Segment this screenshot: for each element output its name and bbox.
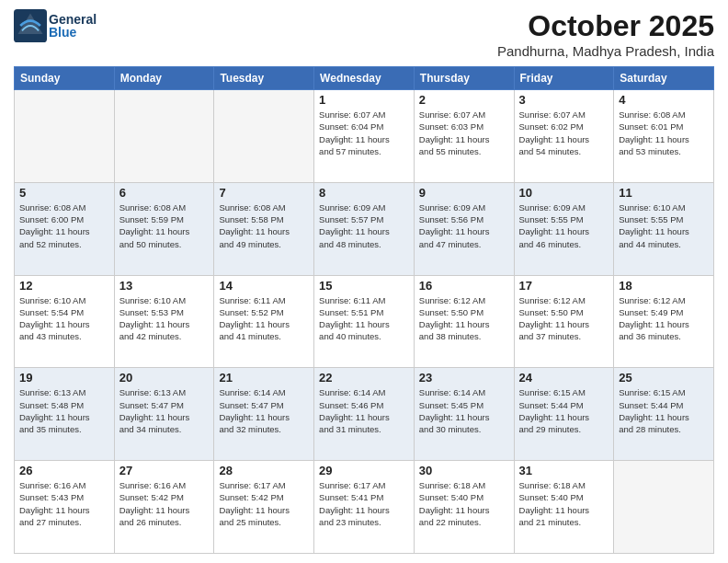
day-info: Sunrise: 6:07 AM Sunset: 6:03 PM Dayligh… xyxy=(419,109,509,157)
day-info: Sunrise: 6:08 AM Sunset: 6:00 PM Dayligh… xyxy=(19,201,109,250)
day-number: 3 xyxy=(519,93,609,107)
day-number: 28 xyxy=(219,464,309,477)
day-info: Sunrise: 6:13 AM Sunset: 5:47 PM Dayligh… xyxy=(119,386,210,435)
day-number: 25 xyxy=(619,371,709,385)
day-number: 24 xyxy=(519,371,609,385)
logo-blue: Blue xyxy=(49,26,97,39)
day-info: Sunrise: 6:12 AM Sunset: 5:50 PM Dayligh… xyxy=(519,294,609,343)
title-section: October 2025 Pandhurna, Madhya Pradesh, … xyxy=(497,9,714,59)
month-title: October 2025 xyxy=(497,9,714,43)
day-of-week-thursday: Thursday xyxy=(414,67,514,90)
day-number: 29 xyxy=(319,464,409,477)
header: General Blue October 2025 Pandhurna, Mad… xyxy=(14,9,714,59)
calendar-cell: 8Sunrise: 6:09 AM Sunset: 5:57 PM Daylig… xyxy=(314,182,415,275)
calendar-cell: 22Sunrise: 6:14 AM Sunset: 5:46 PM Dayli… xyxy=(314,368,415,461)
day-number: 8 xyxy=(319,186,409,200)
calendar-body: 1Sunrise: 6:07 AM Sunset: 6:04 PM Daylig… xyxy=(15,90,714,554)
day-number: 23 xyxy=(419,371,509,385)
day-info: Sunrise: 6:17 AM Sunset: 5:41 PM Dayligh… xyxy=(319,479,409,528)
day-number: 22 xyxy=(319,371,409,385)
day-info: Sunrise: 6:14 AM Sunset: 5:46 PM Dayligh… xyxy=(319,386,409,435)
calendar-cell: 31Sunrise: 6:18 AM Sunset: 5:40 PM Dayli… xyxy=(514,461,614,554)
week-row-4: 19Sunrise: 6:13 AM Sunset: 5:48 PM Dayli… xyxy=(15,368,714,461)
day-number: 27 xyxy=(119,464,210,477)
day-number: 31 xyxy=(519,464,609,477)
calendar-cell: 21Sunrise: 6:14 AM Sunset: 5:47 PM Dayli… xyxy=(214,368,314,461)
day-number: 21 xyxy=(219,371,309,385)
day-number: 6 xyxy=(119,186,210,200)
day-number: 17 xyxy=(519,279,609,293)
day-info: Sunrise: 6:11 AM Sunset: 5:51 PM Dayligh… xyxy=(319,294,409,343)
calendar-cell: 23Sunrise: 6:14 AM Sunset: 5:45 PM Dayli… xyxy=(414,368,514,461)
day-info: Sunrise: 6:08 AM Sunset: 6:01 PM Dayligh… xyxy=(619,109,709,157)
calendar-cell xyxy=(614,461,714,554)
day-info: Sunrise: 6:08 AM Sunset: 5:58 PM Dayligh… xyxy=(219,201,309,250)
day-info: Sunrise: 6:18 AM Sunset: 5:40 PM Dayligh… xyxy=(519,479,609,528)
day-info: Sunrise: 6:09 AM Sunset: 5:56 PM Dayligh… xyxy=(419,201,509,250)
days-of-week-row: SundayMondayTuesdayWednesdayThursdayFrid… xyxy=(15,67,714,90)
logo-general: General xyxy=(49,13,97,26)
day-info: Sunrise: 6:10 AM Sunset: 5:54 PM Dayligh… xyxy=(19,294,109,343)
calendar-cell: 9Sunrise: 6:09 AM Sunset: 5:56 PM Daylig… xyxy=(414,182,514,275)
day-info: Sunrise: 6:10 AM Sunset: 5:55 PM Dayligh… xyxy=(619,201,709,250)
calendar-cell: 6Sunrise: 6:08 AM Sunset: 5:59 PM Daylig… xyxy=(114,182,214,275)
day-info: Sunrise: 6:10 AM Sunset: 5:53 PM Dayligh… xyxy=(119,294,210,343)
calendar-cell: 17Sunrise: 6:12 AM Sunset: 5:50 PM Dayli… xyxy=(514,275,614,368)
calendar-cell xyxy=(214,90,314,183)
day-info: Sunrise: 6:16 AM Sunset: 5:43 PM Dayligh… xyxy=(19,479,109,528)
day-number: 20 xyxy=(119,371,210,385)
calendar-cell: 2Sunrise: 6:07 AM Sunset: 6:03 PM Daylig… xyxy=(414,90,514,183)
day-number: 11 xyxy=(619,186,709,200)
day-of-week-wednesday: Wednesday xyxy=(314,67,415,90)
calendar-cell: 29Sunrise: 6:17 AM Sunset: 5:41 PM Dayli… xyxy=(314,461,415,554)
day-of-week-friday: Friday xyxy=(514,67,614,90)
day-info: Sunrise: 6:14 AM Sunset: 5:45 PM Dayligh… xyxy=(419,386,509,435)
calendar-cell: 28Sunrise: 6:17 AM Sunset: 5:42 PM Dayli… xyxy=(214,461,314,554)
day-of-week-monday: Monday xyxy=(114,67,214,90)
logo: General Blue xyxy=(14,9,97,42)
day-number: 26 xyxy=(19,464,109,477)
day-info: Sunrise: 6:17 AM Sunset: 5:42 PM Dayligh… xyxy=(219,479,309,528)
calendar-cell: 3Sunrise: 6:07 AM Sunset: 6:02 PM Daylig… xyxy=(514,90,614,183)
day-number: 5 xyxy=(19,186,109,200)
day-info: Sunrise: 6:12 AM Sunset: 5:49 PM Dayligh… xyxy=(619,294,709,343)
page: General Blue October 2025 Pandhurna, Mad… xyxy=(0,0,728,563)
day-number: 9 xyxy=(419,186,509,200)
calendar-cell xyxy=(114,90,214,183)
logo-icon xyxy=(14,9,47,42)
week-row-2: 5Sunrise: 6:08 AM Sunset: 6:00 PM Daylig… xyxy=(15,182,714,275)
calendar-cell: 25Sunrise: 6:15 AM Sunset: 5:44 PM Dayli… xyxy=(614,368,714,461)
calendar-cell: 14Sunrise: 6:11 AM Sunset: 5:52 PM Dayli… xyxy=(214,275,314,368)
day-number: 18 xyxy=(619,279,709,293)
calendar-cell: 4Sunrise: 6:08 AM Sunset: 6:01 PM Daylig… xyxy=(614,90,714,183)
calendar-cell: 13Sunrise: 6:10 AM Sunset: 5:53 PM Dayli… xyxy=(114,275,214,368)
day-info: Sunrise: 6:07 AM Sunset: 6:04 PM Dayligh… xyxy=(319,109,409,157)
day-number: 30 xyxy=(419,464,509,477)
calendar-cell: 18Sunrise: 6:12 AM Sunset: 5:49 PM Dayli… xyxy=(614,275,714,368)
day-number: 15 xyxy=(319,279,409,293)
week-row-1: 1Sunrise: 6:07 AM Sunset: 6:04 PM Daylig… xyxy=(15,90,714,183)
calendar: SundayMondayTuesdayWednesdayThursdayFrid… xyxy=(14,66,714,554)
calendar-cell: 30Sunrise: 6:18 AM Sunset: 5:40 PM Dayli… xyxy=(414,461,514,554)
day-of-week-saturday: Saturday xyxy=(614,67,714,90)
day-info: Sunrise: 6:18 AM Sunset: 5:40 PM Dayligh… xyxy=(419,479,509,528)
day-of-week-tuesday: Tuesday xyxy=(214,67,314,90)
day-number: 2 xyxy=(419,93,509,107)
calendar-cell: 1Sunrise: 6:07 AM Sunset: 6:04 PM Daylig… xyxy=(314,90,415,183)
calendar-header: SundayMondayTuesdayWednesdayThursdayFrid… xyxy=(15,67,714,90)
day-number: 7 xyxy=(219,186,309,200)
calendar-cell: 20Sunrise: 6:13 AM Sunset: 5:47 PM Dayli… xyxy=(114,368,214,461)
calendar-cell: 27Sunrise: 6:16 AM Sunset: 5:42 PM Dayli… xyxy=(114,461,214,554)
week-row-5: 26Sunrise: 6:16 AM Sunset: 5:43 PM Dayli… xyxy=(15,461,714,554)
day-number: 12 xyxy=(19,279,109,293)
calendar-cell: 5Sunrise: 6:08 AM Sunset: 6:00 PM Daylig… xyxy=(15,182,115,275)
day-info: Sunrise: 6:14 AM Sunset: 5:47 PM Dayligh… xyxy=(219,386,309,435)
day-number: 1 xyxy=(319,93,409,107)
logo-text: General Blue xyxy=(49,13,97,39)
day-info: Sunrise: 6:08 AM Sunset: 5:59 PM Dayligh… xyxy=(119,201,210,250)
day-info: Sunrise: 6:11 AM Sunset: 5:52 PM Dayligh… xyxy=(219,294,309,343)
day-info: Sunrise: 6:09 AM Sunset: 5:55 PM Dayligh… xyxy=(519,201,609,250)
day-info: Sunrise: 6:15 AM Sunset: 5:44 PM Dayligh… xyxy=(619,386,709,435)
calendar-cell: 16Sunrise: 6:12 AM Sunset: 5:50 PM Dayli… xyxy=(414,275,514,368)
day-number: 14 xyxy=(219,279,309,293)
